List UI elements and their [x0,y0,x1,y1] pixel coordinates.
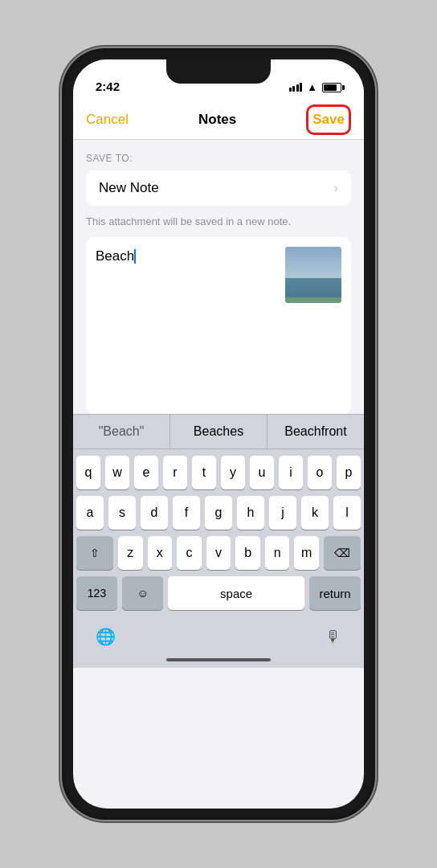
key-m[interactable]: m [294,536,319,570]
shift-key[interactable]: ⇧ [76,536,113,570]
key-s[interactable]: s [108,496,136,530]
note-editor[interactable]: Beach [86,237,351,414]
key-c[interactable]: c [177,536,202,570]
key-q[interactable]: q [76,456,100,489]
content-area: SAVE TO: New Note › This attachment will… [73,140,364,414]
new-note-text: New Note [99,180,159,196]
attachment-hint: This attachment will be saved in a new n… [73,215,364,237]
key-b[interactable]: b [235,536,260,570]
key-h[interactable]: h [237,496,264,530]
home-indicator [73,655,364,668]
predictive-item-2[interactable]: Beachfront [268,415,364,448]
key-r[interactable]: r [163,456,187,489]
wifi-icon: ▲ [307,81,317,93]
key-v[interactable]: v [206,536,231,570]
globe-icon[interactable]: 🌐 [96,627,116,646]
predictive-bar: "Beach" Beaches Beachfront [73,414,364,449]
status-time: 2:42 [96,80,120,93]
keyboard-row-4: 123 ☺ space return [76,576,361,610]
predictive-item-0[interactable]: "Beach" [73,415,170,448]
key-a[interactable]: a [76,496,104,530]
key-i[interactable]: i [279,456,303,489]
nav-bar: Cancel Notes Save [73,100,364,140]
key-x[interactable]: x [148,536,173,570]
key-w[interactable]: w [105,456,129,489]
cancel-button[interactable]: Cancel [86,112,129,128]
num-key[interactable]: 123 [76,576,117,610]
battery-icon [322,83,341,92]
bottom-bar: 🌐 🎙 [73,620,364,655]
save-button-wrapper: Save [306,112,351,128]
key-p[interactable]: p [337,456,361,489]
predictive-item-1[interactable]: Beaches [170,415,268,448]
status-icons: ▲ [289,81,341,93]
status-bar: 2:42 ▲ [73,59,364,100]
key-y[interactable]: y [221,456,245,489]
key-l[interactable]: l [333,496,361,530]
note-text: Beach [96,248,134,264]
key-o[interactable]: o [308,456,332,489]
microphone-icon[interactable]: 🎙 [325,628,341,646]
key-g[interactable]: g [205,496,232,530]
signal-bars-icon [289,83,303,92]
key-z[interactable]: z [118,536,143,570]
home-bar [166,658,271,661]
text-cursor [134,249,136,264]
new-note-row[interactable]: New Note › [86,170,351,206]
phone-screen: 2:42 ▲ Cancel Notes Save [73,59,364,809]
keyboard-row-2: a s d f g h j k l [76,496,361,530]
key-e[interactable]: e [134,456,158,489]
chevron-right-icon: › [334,181,338,195]
key-d[interactable]: d [141,496,168,530]
key-t[interactable]: t [192,456,216,489]
save-to-section: SAVE TO: New Note › [73,140,364,215]
keyboard: q w e r t y u i o p a s d f g h j k [73,449,364,620]
keyboard-row-3: ⇧ z x c v b n m ⌫ [76,536,361,570]
emoji-key[interactable]: ☺ [122,576,163,610]
note-image-thumbnail [285,247,341,303]
key-k[interactable]: k [301,496,329,530]
key-n[interactable]: n [265,536,290,570]
keyboard-row-1: q w e r t y u i o p [76,456,361,489]
key-u[interactable]: u [250,456,274,489]
save-to-label: SAVE TO: [86,153,351,164]
phone-frame: 2:42 ▲ Cancel Notes Save [62,48,375,820]
nav-title: Notes [198,112,236,128]
backspace-key[interactable]: ⌫ [324,536,361,570]
notch [166,59,271,84]
note-text-content: Beach [96,247,279,404]
key-j[interactable]: j [269,496,296,530]
key-f[interactable]: f [173,496,200,530]
return-key[interactable]: return [309,576,361,610]
space-key[interactable]: space [168,576,304,610]
save-button[interactable]: Save [306,107,351,132]
